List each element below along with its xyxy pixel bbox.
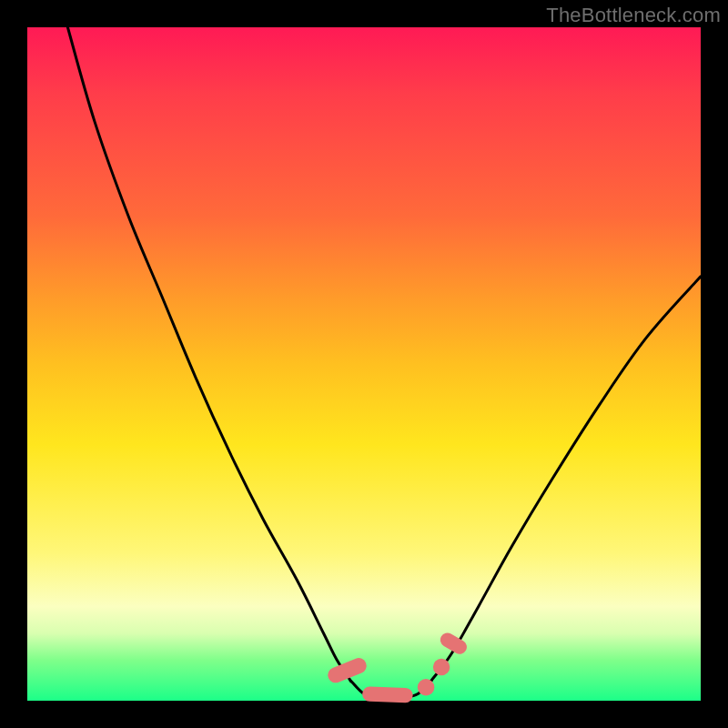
curve-marker-pill bbox=[326, 655, 369, 684]
curve-marker-dot bbox=[433, 659, 450, 676]
plot-area bbox=[27, 27, 701, 701]
bottleneck-curve bbox=[27, 27, 701, 701]
curve-marker-pill bbox=[362, 686, 413, 703]
watermark-text: TheBottleneck.com bbox=[546, 4, 721, 27]
chart-frame: TheBottleneck.com bbox=[0, 0, 728, 728]
curve-path bbox=[67, 27, 701, 698]
curve-marker-dot bbox=[418, 679, 435, 696]
